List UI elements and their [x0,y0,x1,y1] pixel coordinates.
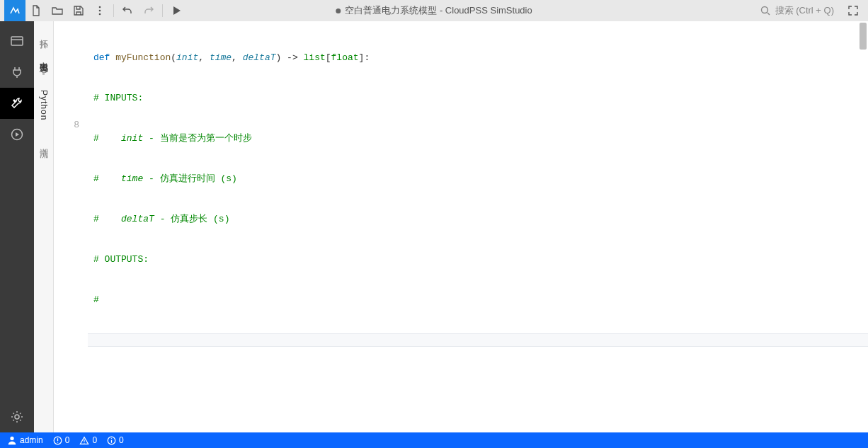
title-prefix: 空白普通电力系统模型 [345,5,437,16]
svg-point-6 [15,415,19,419]
separator [162,4,163,17]
tools-icon [10,96,24,110]
play-icon [171,5,182,16]
status-warnings[interactable]: 0 [79,435,97,445]
window-title: 空白普通电力系统模型 - CloudPSS SimStudio [336,4,532,17]
svg-point-7 [10,437,13,440]
card-icon [10,34,24,48]
toolbar-left [4,0,187,21]
status-infos-count: 0 [119,435,124,445]
redo-icon [143,5,154,16]
search-input[interactable]: 搜索 (Ctrl + Q) [755,3,838,18]
svg-rect-4 [11,37,23,45]
tab-emt-python[interactable]: 电磁暂态 - Python [40,51,48,125]
status-bar: admin 0 0 0 [0,432,868,448]
status-infos[interactable]: 0 [107,435,124,445]
rail-item-components[interactable] [0,57,34,88]
search-icon [760,5,771,16]
separator [113,4,114,17]
folder-open-icon [52,5,63,16]
tab-powerflow[interactable]: 潮流 [40,137,48,147]
run-button[interactable] [166,0,187,21]
new-file-button[interactable] [25,0,47,21]
svg-point-1 [99,10,101,12]
user-icon [7,435,17,445]
gutter: 8 [54,21,88,432]
svg-point-0 [99,6,101,8]
tab-topology[interactable]: 拓扑 [40,28,48,38]
status-user-label: admin [20,435,43,445]
toolbar: 空白普通电力系统模型 - CloudPSS SimStudio 搜索 (Ctrl… [0,0,868,21]
scrollbar-thumb[interactable] [860,23,867,50]
undo-button[interactable] [117,0,138,21]
rail-item-settings[interactable] [0,401,34,432]
save-button[interactable] [68,0,89,21]
warning-icon [79,436,89,445]
unsaved-dot-icon [336,8,341,13]
status-errors[interactable]: 0 [53,435,70,445]
fullscreen-icon [847,5,859,16]
error-icon [53,436,62,445]
title-suffix: CloudPSS SimStudio [445,5,532,16]
current-line-number: 8 [54,118,79,132]
status-user[interactable]: admin [7,435,43,445]
body: 拓扑 电磁暂态 - Python 潮流 8 def myFunction(ini… [0,21,868,432]
current-line[interactable] [88,333,868,347]
logo-icon [9,5,21,16]
rail-item-tools[interactable] [0,88,34,119]
svg-point-3 [761,7,767,13]
code-content[interactable]: def myFunction(init, time, deltaT) -> li… [88,21,868,432]
file-icon [30,5,42,16]
activity-bar [0,21,34,432]
play-circle-icon [10,127,24,142]
plug-icon [10,65,24,79]
toolbar-right: 搜索 (Ctrl + Q) [755,0,864,21]
fullscreen-button[interactable] [843,0,864,21]
kebab-icon [94,5,105,16]
undo-icon [122,5,133,16]
rail-item-overview[interactable] [0,25,34,57]
vertical-tabs: 拓扑 电磁暂态 - Python 潮流 [34,21,54,432]
save-icon [73,5,84,16]
code-editor[interactable]: 8 def myFunction(init, time, deltaT) -> … [54,21,868,432]
status-warnings-count: 0 [92,435,97,445]
status-errors-count: 0 [65,435,70,445]
logo-button[interactable] [4,0,25,21]
redo-button[interactable] [138,0,159,21]
svg-point-2 [99,13,101,16]
search-placeholder: 搜索 (Ctrl + Q) [775,4,834,17]
info-icon [107,436,116,445]
more-menu-button[interactable] [89,0,110,21]
open-file-button[interactable] [47,0,68,21]
rail-item-run[interactable] [0,119,34,150]
gear-icon [10,410,24,424]
